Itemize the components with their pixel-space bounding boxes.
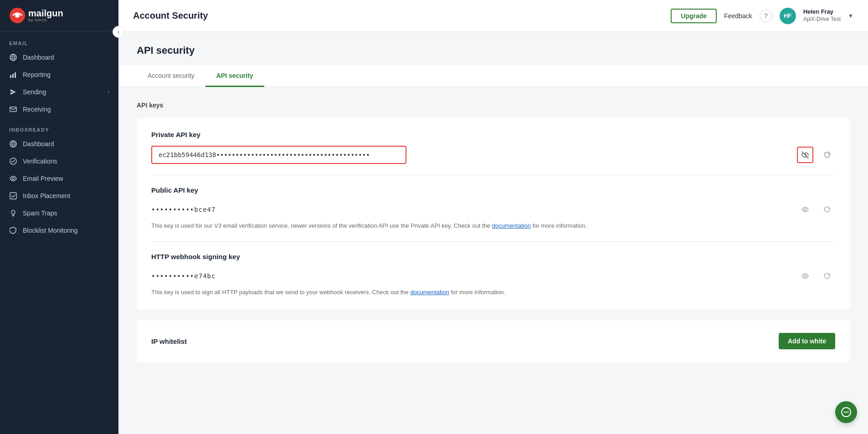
public-key-visibility-button[interactable] bbox=[797, 201, 813, 218]
private-key-actions bbox=[797, 147, 835, 163]
section-inboxready-label: INBOXREADY bbox=[0, 118, 118, 135]
api-security-title: API security bbox=[137, 45, 850, 56]
webhook-eye-icon bbox=[801, 272, 809, 280]
header-actions: Upgrade Feedback ? HF Helen Fray ApiX-Dr… bbox=[671, 8, 853, 24]
api-keys-label: API keys bbox=[137, 102, 850, 109]
private-key-visibility-button[interactable] bbox=[797, 147, 813, 163]
webhook-refresh-icon bbox=[823, 272, 831, 280]
sending-chevron-icon: › bbox=[108, 89, 109, 95]
feedback-button[interactable]: Feedback bbox=[724, 12, 752, 20]
sidebar-item-email-preview-label: Email Preview bbox=[23, 175, 63, 182]
sidebar-item-sending[interactable]: Sending › bbox=[0, 83, 118, 101]
user-subtitle: ApiX-Drive Test bbox=[803, 16, 841, 23]
shield-icon bbox=[9, 226, 17, 235]
svg-point-9 bbox=[12, 178, 14, 179]
private-key-input[interactable] bbox=[151, 146, 406, 164]
sidebar-item-dashboard[interactable]: Dashboard bbox=[0, 49, 118, 66]
private-key-block: Private API key bbox=[151, 131, 835, 164]
sidebar-item-blocklist-monitoring-label: Blocklist Monitoring bbox=[23, 227, 78, 234]
svg-point-13 bbox=[804, 275, 806, 277]
webhook-key-doc-link[interactable]: documentation bbox=[410, 289, 449, 296]
ip-whitelist-section: IP whitelist Add to white bbox=[137, 320, 850, 362]
logo-main-text: mailgun bbox=[28, 9, 63, 18]
svg-point-16 bbox=[846, 412, 847, 413]
page-title: Account Security bbox=[133, 10, 208, 21]
svg-point-1 bbox=[15, 13, 20, 18]
logo-sub-text: by sinch bbox=[28, 18, 63, 22]
sidebar-item-spam-traps[interactable]: Spam Traps bbox=[0, 204, 118, 222]
public-key-actions bbox=[797, 201, 835, 218]
private-key-refresh-button[interactable] bbox=[819, 147, 835, 163]
webhook-key-display: ••••••••••e74bc bbox=[151, 272, 406, 280]
public-key-doc-link[interactable]: documentation bbox=[492, 222, 531, 229]
sidebar-item-inboxready-dashboard-label: Dashboard bbox=[23, 140, 54, 148]
globe-icon bbox=[9, 53, 17, 61]
svg-rect-10 bbox=[10, 193, 16, 199]
mailgun-logo: mailgun by sinch bbox=[9, 7, 63, 24]
send-icon bbox=[9, 88, 17, 96]
tab-account-security[interactable]: Account security bbox=[137, 66, 205, 87]
svg-point-11 bbox=[11, 210, 15, 214]
public-refresh-icon bbox=[823, 205, 831, 214]
public-key-refresh-button[interactable] bbox=[819, 201, 835, 218]
sidebar-item-inboxready-dashboard[interactable]: Dashboard bbox=[0, 135, 118, 153]
webhook-key-actions bbox=[797, 268, 835, 284]
public-key-block: Public API key ••••••••••bce47 bbox=[151, 186, 835, 230]
sidebar-item-inbox-placement[interactable]: Inbox Placement bbox=[0, 187, 118, 204]
chatbot-button[interactable] bbox=[835, 401, 857, 423]
upgrade-button[interactable]: Upgrade bbox=[671, 9, 717, 23]
help-icon[interactable]: ? bbox=[760, 10, 772, 22]
sidebar-collapse-button[interactable]: ‹ bbox=[113, 26, 124, 38]
webhook-key-refresh-button[interactable] bbox=[819, 268, 835, 284]
user-name: Helen Fray bbox=[803, 8, 841, 16]
public-key-description: This key is used for our V3 email verifi… bbox=[151, 221, 835, 230]
sidebar-item-reporting-label: Reporting bbox=[23, 71, 51, 78]
sidebar-item-inbox-placement-label: Inbox Placement bbox=[23, 192, 70, 199]
sidebar-item-dashboard-label: Dashboard bbox=[23, 54, 54, 61]
sidebar-item-receiving[interactable]: Receiving bbox=[0, 101, 118, 118]
svg-point-2 bbox=[10, 54, 16, 61]
page-header: API security bbox=[118, 32, 868, 56]
sidebar-item-reporting[interactable]: Reporting bbox=[0, 66, 118, 83]
webhook-key-value: ••••••••••e74bc bbox=[151, 272, 216, 280]
svg-rect-6 bbox=[10, 107, 16, 112]
inboxready-globe-icon bbox=[9, 140, 17, 148]
api-keys-container: Private API key bbox=[137, 118, 850, 309]
divider-2 bbox=[151, 241, 835, 242]
public-key-row: ••••••••••bce47 bbox=[151, 201, 835, 218]
sidebar-item-receiving-label: Receiving bbox=[23, 106, 51, 113]
svg-rect-3 bbox=[10, 75, 11, 78]
main-content: Account Security Upgrade Feedback ? HF H… bbox=[118, 0, 868, 434]
sidebar-item-spam-traps-label: Spam Traps bbox=[23, 209, 57, 217]
svg-point-17 bbox=[847, 412, 849, 413]
webhook-key-label: HTTP webhook signing key bbox=[151, 253, 835, 260]
svg-point-12 bbox=[804, 209, 806, 210]
checkbox-icon bbox=[9, 192, 17, 200]
check-circle-icon bbox=[9, 157, 17, 165]
tab-api-security[interactable]: API security bbox=[205, 66, 264, 87]
content-body: API keys Private API key bbox=[118, 87, 868, 377]
public-eye-icon bbox=[801, 205, 809, 214]
chatbot-icon bbox=[840, 406, 852, 418]
private-key-label: Private API key bbox=[151, 131, 835, 138]
svg-rect-4 bbox=[12, 74, 14, 78]
private-key-row bbox=[151, 146, 835, 164]
sidebar-item-verifications[interactable]: Verifications bbox=[0, 153, 118, 170]
tabs-bar: Account security API security bbox=[118, 66, 868, 87]
webhook-key-visibility-button[interactable] bbox=[797, 268, 813, 284]
header: Account Security Upgrade Feedback ? HF H… bbox=[118, 0, 868, 32]
sidebar-item-verifications-label: Verifications bbox=[23, 158, 57, 165]
logo-icon bbox=[9, 7, 26, 24]
logo-area: mailgun by sinch bbox=[0, 0, 118, 31]
bar-chart-icon bbox=[9, 71, 17, 79]
section-email-label: EMAIL bbox=[0, 31, 118, 49]
public-key-value: ••••••••••bce47 bbox=[151, 206, 216, 213]
eye-icon bbox=[9, 174, 17, 183]
bulb-icon bbox=[9, 209, 17, 217]
sidebar-item-email-preview[interactable]: Email Preview bbox=[0, 170, 118, 187]
add-to-whitelist-button[interactable]: Add to white bbox=[779, 333, 835, 349]
sidebar-item-blocklist-monitoring[interactable]: Blocklist Monitoring bbox=[0, 222, 118, 239]
user-dropdown-arrow[interactable]: ▼ bbox=[848, 13, 853, 19]
user-info: Helen Fray ApiX-Drive Test bbox=[803, 8, 841, 23]
sidebar: mailgun by sinch EMAIL Dashboard Reporti… bbox=[0, 0, 118, 434]
